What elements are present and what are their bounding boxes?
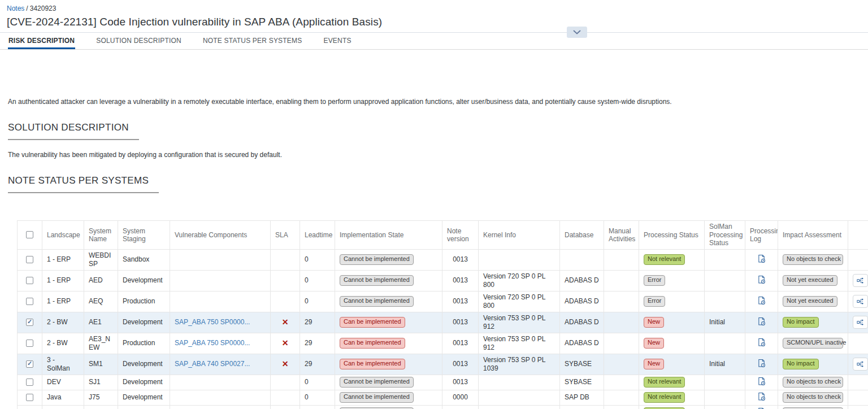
row-checkbox[interactable] [26,394,33,401]
cell-sla: ✕ [271,312,300,333]
column-header-kernel-info[interactable]: Kernel Info [479,221,560,249]
cell-vulnerable-components [170,390,271,405]
cell-note-version: 0013 [442,312,479,333]
row-checkbox[interactable] [26,360,33,368]
cell-processing-log [745,375,778,390]
column-header-processing-status[interactable]: Processing Status [639,221,705,249]
object-connection-icon [857,277,864,284]
column-header-manual-activities[interactable]: Manual Activities [604,221,639,249]
cell-landscape: 2 - BW [42,333,84,354]
tab-note-status-per-systems[interactable]: NOTE STATUS PER SYSTEMS [202,34,303,49]
cell-leadtime: 0 [300,405,335,409]
cell-sla [271,270,300,291]
processing-log-button[interactable] [757,392,766,403]
vulnerable-component-link[interactable]: SAP_ABA 740 SP0027... [175,360,250,368]
cell-manual-activities [604,291,639,312]
processing-log-button[interactable] [757,407,766,409]
processing-log-button[interactable] [757,377,766,388]
cell-solman-processing-status: Initial [705,312,745,333]
vulnerable-component-link[interactable]: SAP_ABA 750 SP0000... [175,318,250,326]
cell-select [18,249,42,270]
processing-log-button[interactable] [757,254,766,265]
column-header-system-name[interactable]: System Name [84,221,118,249]
cell-select [18,354,42,375]
processing-log-button[interactable] [757,359,766,369]
tab-events[interactable]: EVENTS [323,34,351,49]
cell-processing-status: Not relevant [639,405,705,409]
processing-log-button[interactable] [757,275,766,286]
note-status-table: LandscapeSystem NameSystem StagingVulner… [17,220,868,409]
cell-implementation-state: Cannot be implemented [335,390,442,405]
column-header-landscape[interactable]: Landscape [42,221,84,249]
breadcrumb-notes-link[interactable]: Notes [7,5,24,12]
sla-missed-icon: ✕ [282,338,289,347]
cell-vulnerable-components: SAP_ABA 750 SP0000... [170,312,271,333]
column-header-system-staging[interactable]: System Staging [118,221,170,249]
table-row: 1 - ERPWEBDISPSandbox0Cannot be implemen… [18,249,868,270]
impact-details-button[interactable] [853,295,868,308]
processing-log-button[interactable] [757,317,766,328]
sla-missed-icon: ✕ [282,317,289,327]
row-checkbox[interactable] [26,277,33,284]
column-header-implementation-state[interactable]: Implementation State [335,221,442,249]
column-header-sla[interactable]: SLA [271,221,300,249]
impact-assessment-badge: Not yet executed [783,275,837,286]
column-header-note-version[interactable]: Note version [442,221,479,249]
cell-implementation-state: Can be implemented [335,312,442,333]
select-all-checkbox[interactable] [26,231,33,238]
column-header-database[interactable]: Database [560,221,604,249]
row-checkbox[interactable] [26,298,33,305]
cell-leadtime: 29 [300,354,335,375]
cell-implementation-state: Can be implemented [335,333,442,354]
cell-sla [271,390,300,405]
processing-status-badge: New [644,359,664,369]
column-header-solman-processing-status[interactable]: SolMan Processing Status [705,221,745,249]
impact-details-button[interactable] [853,274,868,287]
processing-status-badge: Not relevant [644,254,685,265]
tab-solution-description[interactable]: SOLUTION DESCRIPTION [96,34,182,49]
column-header-impact-assessment[interactable]: Impact Assessment [778,221,848,249]
table-row: JavaTHJAcceptance0Cannot be implemented0… [18,405,868,409]
document-clock-icon [757,392,766,401]
cell-processing-status: Not relevant [639,375,705,390]
breadcrumb: Notes/3420923 [7,5,861,12]
object-connection-icon [857,319,864,326]
implementation-state-badge: Can be implemented [340,338,405,349]
cell-vulnerable-components [170,291,271,312]
cell-system-staging: Development [118,375,170,390]
row-checkbox[interactable] [26,340,33,347]
cell-sla: ✕ [271,333,300,354]
breadcrumb-current: 3420923 [30,5,57,12]
impact-assessment-badge: No objects to check [783,392,843,403]
tab-bar: RISK DESCRIPTIONSOLUTION DESCRIPTIONNOTE… [0,33,868,50]
cell-system-staging: Production [118,333,170,354]
processing-log-button[interactable] [757,338,766,349]
cell-processing-log [745,270,778,291]
implementation-state-badge: Can be implemented [340,359,405,369]
vulnerable-component-link[interactable]: SAP_ABA 750 SP0000... [175,339,250,347]
cell-note-version: 0013 [442,291,479,312]
row-checkbox[interactable] [26,256,33,263]
impact-details-button[interactable] [853,316,868,329]
cell-select [18,291,42,312]
cell-processing-log [745,390,778,405]
impact-details-button[interactable] [853,358,868,371]
cell-impact-action [848,249,868,270]
cell-impact-action [848,390,868,405]
column-header-leadtime[interactable]: Leadtime [300,221,335,249]
tab-risk-description[interactable]: RISK DESCRIPTION [8,34,75,49]
processing-log-button[interactable] [757,296,766,307]
cell-landscape: 1 - ERP [42,270,84,291]
collapse-header-button[interactable] [567,27,587,38]
column-header-vulnerable-components[interactable]: Vulnerable Components [170,221,271,249]
column-header-processing-log[interactable]: Processing Log [745,221,778,249]
cell-manual-activities [604,270,639,291]
document-clock-icon [757,317,766,326]
row-checkbox[interactable] [26,319,33,326]
table-header-row: LandscapeSystem NameSystem StagingVulner… [18,221,868,249]
cell-system-name: THJ [84,405,118,409]
cell-system-name: AE3_NEW [84,333,118,354]
cell-processing-status: New [639,312,705,333]
implementation-state-badge: Cannot be implemented [340,377,414,388]
row-checkbox[interactable] [26,378,33,386]
